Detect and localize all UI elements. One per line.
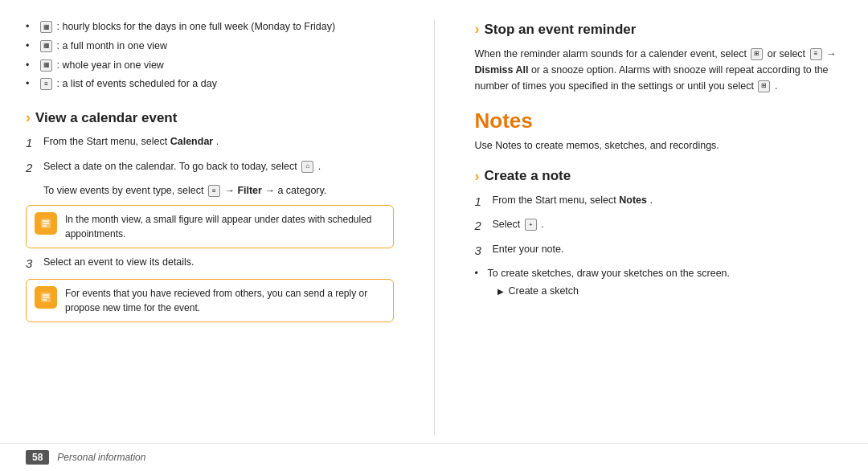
- step1-bold: Calendar: [170, 136, 214, 147]
- note-step-2: 2 Select + .: [475, 217, 843, 236]
- triangle-bullet-item: Create a sketch: [475, 284, 843, 299]
- right-column: › Stop an event reminder When the remind…: [475, 19, 843, 435]
- step2-text: Select a date on the calendar. To go bac…: [43, 161, 297, 172]
- bullet-text: : whole year in one view: [56, 59, 163, 71]
- note-box-1: In the month view, a small figure will a…: [26, 205, 394, 248]
- note-step3-text: Enter your note.: [493, 242, 843, 257]
- stop-text: When the reminder alarm sounds for a cal…: [475, 46, 843, 94]
- list-item: ▦ : whole year in one view: [26, 58, 394, 73]
- step3-arrow: →: [224, 185, 237, 196]
- column-divider: [434, 19, 435, 435]
- create-note-heading: Create a note: [485, 168, 571, 184]
- sub-bullet-item: To create sketches, draw your sketches o…: [475, 266, 843, 281]
- note2-text: For events that you have recieved from o…: [65, 286, 385, 315]
- bullet-text: : a full month in one view: [56, 40, 167, 51]
- note-step2-suffix: .: [541, 219, 543, 230]
- note-step1-text: From the Start menu, select: [493, 195, 616, 206]
- note-icon-2: [35, 286, 57, 309]
- stop-icon3: ⊞: [758, 80, 770, 92]
- step4-text: Select an event to view its details.: [43, 255, 394, 270]
- step2-sub: To view events by event type, select ≡ →…: [26, 183, 394, 199]
- stop-icon1: ⊞: [751, 48, 763, 60]
- stop-reminder-header: › Stop an event reminder: [475, 21, 843, 38]
- step1-text: From the Start menu, select: [43, 136, 167, 147]
- note-step2-text: Select: [493, 219, 521, 230]
- footer-text: Personal information: [57, 452, 145, 463]
- list-item: ▦ : hourly blocks for the days in one fu…: [26, 19, 394, 35]
- year-icon: ▦: [40, 59, 52, 72]
- triangle-bullet-text: Create a sketch: [509, 284, 579, 299]
- home-icon: ⌂: [301, 161, 313, 173]
- step-2: 2 Select a date on the calendar. To go b…: [26, 159, 394, 178]
- bullet-text: : a list of events scheduled for a day: [56, 78, 216, 89]
- page-number: 58: [26, 450, 49, 465]
- note-box-2: For events that you have recieved from o…: [26, 279, 394, 322]
- view-event-section-header: › View a calendar event: [26, 109, 394, 126]
- chevron-icon-3: ›: [475, 168, 480, 185]
- week-icon: ▦: [40, 21, 52, 33]
- sub-bullet-text: To create sketches, draw your sketches o…: [488, 268, 731, 279]
- step-1: 1 From the Start menu, select Calendar .: [26, 134, 394, 153]
- step1-suffix: .: [216, 136, 219, 147]
- view-modes-list: ▦ : hourly blocks for the days in one fu…: [26, 19, 394, 92]
- chevron-icon-2: ›: [475, 21, 480, 38]
- step2-suffix: .: [318, 161, 321, 172]
- step3-suffix: → a category.: [264, 185, 326, 196]
- stop-icon2: ≡: [810, 48, 822, 60]
- note-step-1: 1 From the Start menu, select Notes .: [475, 193, 843, 211]
- new-note-icon: +: [525, 219, 537, 231]
- step-3: 3 Select an event to view its details.: [26, 255, 394, 273]
- note-step1-bold: Notes: [619, 195, 647, 206]
- note-step1-suffix: .: [649, 195, 652, 206]
- notes-title: Notes: [475, 109, 843, 133]
- step3-filter: Filter: [237, 185, 262, 196]
- list-icon: ≡: [40, 78, 52, 90]
- month-icon: ▦: [40, 40, 52, 52]
- left-column: ▦ : hourly blocks for the days in one fu…: [26, 19, 394, 435]
- note-icon-1: [35, 212, 57, 235]
- notes-desc: Use Notes to create memos, sketches, and…: [475, 138, 843, 154]
- stop-heading: Stop an event reminder: [485, 22, 637, 38]
- view-event-heading: View a calendar event: [35, 110, 177, 126]
- note-step-3: 3 Enter your note.: [475, 242, 843, 260]
- list-item: ≡ : a list of events scheduled for a day: [26, 76, 394, 92]
- sub-bullet-list: To create sketches, draw your sketches o…: [475, 266, 843, 281]
- create-note-header: › Create a note: [475, 168, 843, 185]
- footer: 58 Personal information: [0, 443, 868, 471]
- chevron-icon: ›: [26, 109, 31, 126]
- note1-text: In the month view, a small figure will a…: [65, 212, 385, 241]
- filter-icon: ≡: [208, 185, 220, 197]
- step3-text: To view events by event type, select: [43, 185, 203, 196]
- bullet-text: : hourly blocks for the days in one full…: [56, 21, 335, 32]
- list-item: ▦ : a full month in one view: [26, 39, 394, 54]
